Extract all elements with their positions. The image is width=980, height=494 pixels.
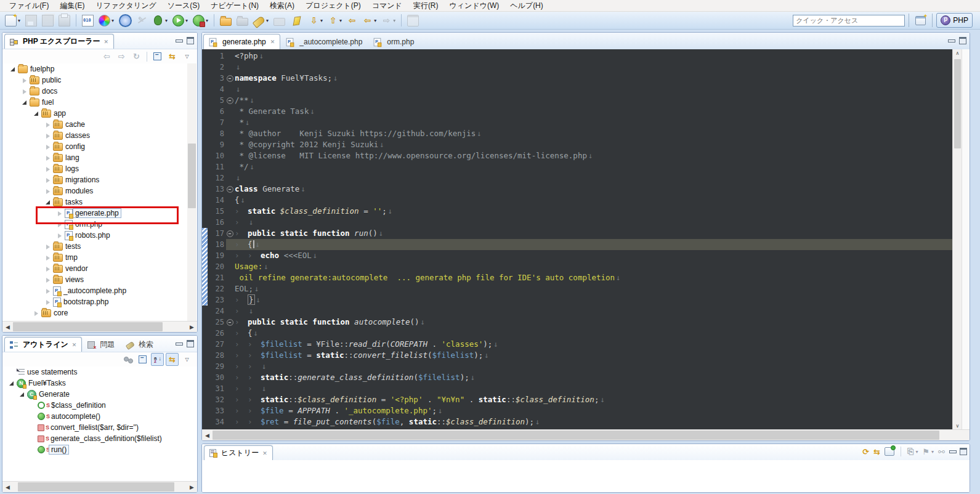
collapse-arrow-icon[interactable] (45, 199, 52, 206)
code-text[interactable]: ››$ret = file_put_contents($file, static… (235, 416, 953, 427)
tree-item-cache[interactable]: cache (2, 119, 187, 130)
expand-arrow-icon[interactable] (45, 288, 52, 294)
expand-arrow-icon[interactable] (45, 188, 52, 195)
fold-collapse-icon[interactable] (227, 75, 233, 82)
quick-access-input[interactable] (793, 15, 905, 26)
back-button[interactable]: ▾ (360, 12, 378, 28)
profile-button[interactable]: ▾ (191, 12, 210, 28)
fold-collapse-icon[interactable] (227, 97, 233, 104)
expand-arrow-icon[interactable] (45, 132, 52, 139)
scroll-right-icon[interactable]: ▶ (187, 482, 197, 492)
fold-collapse-icon[interactable] (227, 319, 233, 326)
menu-item-4[interactable]: ナビゲート(N) (205, 0, 264, 12)
scrollbar-thumb[interactable] (18, 482, 174, 492)
dropdown-caret-icon[interactable]: ▾ (320, 18, 323, 23)
explorer-forward-button[interactable]: ⇨ (115, 50, 128, 63)
expand-arrow-icon[interactable] (22, 88, 28, 95)
code-text[interactable]: namespace Fuel¥Tasks;↓ (235, 73, 953, 84)
outline-item-Generate[interactable]: CGenerate (2, 389, 196, 400)
code-viewport[interactable]: 1<?php↓2↓3namespace Fuel¥Tasks;↓4↓5/**↓6… (202, 49, 953, 430)
tree-item-docs[interactable]: docs (2, 86, 187, 97)
code-text[interactable]: ›public static function autocomplete()↓ (235, 317, 953, 328)
close-icon[interactable]: ✕ (72, 342, 77, 348)
menu-item-7[interactable]: コマンド (366, 0, 408, 12)
dropdown-caret-icon[interactable]: ▾ (165, 18, 168, 23)
search-button[interactable]: ▾ (251, 12, 270, 28)
open-php-resource-button[interactable] (218, 12, 233, 28)
explorer-back-button[interactable]: ⇦ (100, 50, 113, 63)
scrollbar-thumb[interactable] (213, 431, 939, 440)
outline-horizontal-scrollbar[interactable]: ◀ ▶ (2, 481, 197, 492)
collapse-arrow-icon[interactable] (33, 110, 40, 117)
code-text[interactable]: * Generate Task↓ (235, 106, 953, 117)
menu-item-10[interactable]: ヘルプ(H) (504, 0, 549, 12)
menu-item-9[interactable]: ウィンドウ(W) (444, 0, 505, 12)
php-perspective-button[interactable]: PHP (936, 13, 973, 28)
tab-search[interactable]: 検索 (120, 337, 159, 352)
sort-button[interactable]: ↓ (151, 353, 164, 366)
expand-arrow-icon[interactable] (45, 177, 52, 184)
minimize-icon[interactable] (176, 38, 182, 44)
code-text[interactable]: ››static::generate_class_definition($fil… (235, 372, 953, 383)
expand-arrow-icon[interactable] (45, 299, 52, 306)
tree-item-modules[interactable]: modules (2, 185, 187, 196)
code-text[interactable]: ››echo <<<EOL↓ (235, 250, 953, 261)
dropdown-caret-icon[interactable]: ▾ (266, 18, 269, 23)
expand-arrow-icon[interactable] (57, 210, 63, 217)
tree-item-config[interactable]: config (2, 141, 187, 152)
minimize-icon[interactable] (176, 341, 182, 347)
editor-tab-generate.php[interactable]: generate.php✕ (203, 34, 280, 49)
collapse-all-button[interactable] (151, 50, 164, 63)
close-icon[interactable]: ✕ (103, 39, 108, 45)
code-text[interactable]: ››↓ (235, 383, 953, 394)
expand-arrow-icon[interactable] (33, 310, 40, 317)
refresh-button[interactable]: ⟳ (862, 447, 869, 456)
fold-collapse-icon[interactable] (227, 186, 233, 193)
maximize-icon[interactable] (959, 37, 966, 44)
pin-button[interactable] (885, 447, 894, 456)
code-text[interactable]: oil refine generate:autocomplete ... gen… (235, 272, 953, 283)
tree-item-tests[interactable]: tests (2, 241, 187, 252)
editor-tab-_autocomplete.php[interactable]: _autocomplete.php (280, 34, 368, 49)
tab-outline[interactable]: アウトライン ✕ (4, 337, 82, 352)
dropdown-caret-icon[interactable]: ▾ (111, 18, 114, 23)
tree-item-core[interactable]: core (2, 307, 187, 318)
code-text[interactable]: <?php↓ (235, 51, 953, 62)
scrollbar-thumb[interactable] (188, 144, 196, 208)
code-text[interactable]: ››$filelist = static::convert_filelist($… (235, 350, 953, 361)
tree-item-tasks[interactable]: tasks (2, 196, 187, 208)
tree-item-_autocomplete.php[interactable]: _autocomplete.php (2, 285, 187, 296)
tree-item-public[interactable]: public (2, 75, 187, 86)
expand-arrow-icon[interactable] (45, 155, 52, 161)
outline-item-Fuel¥Tasks[interactable]: NFuel¥Tasks (2, 378, 196, 389)
editor-vertical-scrollbar[interactable]: ∧ ∨ (952, 49, 962, 430)
php-binary-button[interactable] (80, 12, 95, 28)
maximize-icon[interactable] (960, 448, 967, 455)
code-text[interactable]: ››↓ (235, 361, 953, 372)
last-edit-location-button[interactable] (345, 12, 359, 28)
tab-problems[interactable]: x 問題 (82, 337, 120, 352)
code-text[interactable]: * @author Kenji Suzuki https://github.co… (235, 128, 953, 139)
code-editor[interactable]: 1<?php↓2↓3namespace Fuel¥Tasks;↓4↓5/**↓6… (202, 49, 970, 430)
code-text[interactable]: ››$file = APPPATH . '_autocomplete.php';… (235, 405, 953, 416)
code-text[interactable]: ↓ (235, 84, 953, 95)
collapse-arrow-icon[interactable] (10, 66, 17, 73)
scroll-down-icon[interactable]: ∨ (953, 423, 962, 429)
outline-item-convert_filelist($arr, $dir='')[interactable]: Sconvert_filelist($arr, $dir='') (2, 422, 196, 433)
code-text[interactable]: {↓ (235, 195, 953, 206)
open-perspective-button[interactable] (913, 12, 928, 28)
maximize-icon[interactable] (187, 37, 194, 44)
tree-item-classes[interactable]: classes (2, 130, 187, 141)
menu-item-6[interactable]: プロジェクト(P) (300, 0, 366, 12)
scrollbar-thumb[interactable] (13, 322, 163, 331)
explorer-vertical-scrollbar[interactable] (187, 63, 196, 321)
explorer-up-button[interactable]: ↻ (130, 50, 143, 63)
explorer-horizontal-scrollbar[interactable]: ◀ ▶ (2, 321, 197, 332)
scroll-left-icon[interactable]: ◀ (202, 430, 213, 440)
expand-arrow-icon[interactable] (22, 77, 28, 84)
code-text[interactable]: /**↓ (235, 95, 953, 106)
menu-item-1[interactable]: 編集(E) (54, 0, 90, 12)
tree-item-bootstrap.php[interactable]: bootstrap.php (2, 296, 187, 307)
code-text[interactable]: ›public static function run()↓ (235, 228, 953, 239)
outline-link-with-editor-button[interactable]: ⇆ (166, 353, 179, 366)
